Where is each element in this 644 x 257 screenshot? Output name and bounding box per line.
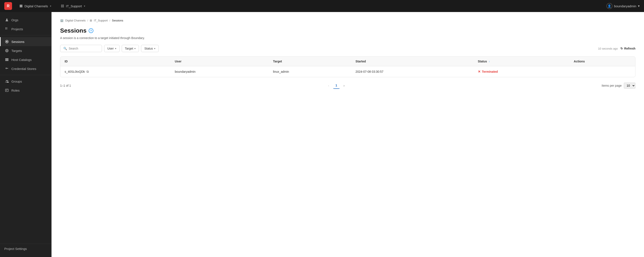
svg-rect-1 [21,5,22,6]
svg-rect-2 [20,6,21,7]
building-icon [19,4,23,8]
sessions-table-wrap: ID User Target Started Status ↑ Actions [60,56,636,77]
org-nav-item[interactable]: Digital Channels ▾ [17,3,54,9]
user-nav[interactable]: 👤 boundaryadmin ▾ [606,3,640,9]
svg-rect-0 [20,5,21,6]
copy-id-icon[interactable]: ⧉ [86,70,89,74]
pagination-count: 1–1 of 1 [60,84,71,87]
svg-rect-17 [7,29,7,29]
breadcrumb: 🏢 Digital Channels / ⊞ IT_Support / Sess… [60,19,636,22]
target-filter-chevron: ▾ [134,47,136,50]
status-sort-arrow: ↑ [488,60,490,63]
filters-row: 🔍 User ▾ Target ▾ Status ▾ 10 seconds ag… [60,45,636,52]
status-badge: Terminated [482,70,498,73]
prev-page-button[interactable]: ‹ [326,82,332,89]
svg-rect-16 [5,29,6,29]
project-nav-item[interactable]: IT_Support ▾ [58,3,87,9]
svg-rect-5 [62,5,63,5]
next-page-button[interactable]: › [341,82,347,89]
breadcrumb-project-icon: ⊞ [90,19,92,22]
org-chevron-icon: ▾ [50,5,51,7]
sidebar-divider-1 [0,35,51,35]
svg-point-26 [6,68,7,69]
search-input-wrap[interactable]: 🔍 [60,45,102,52]
sidebar-footer-project-settings[interactable]: Project Settings [0,244,51,254]
col-header-id: ID [60,57,170,66]
svg-rect-11 [62,7,63,7]
page-title: Sessions [60,27,86,34]
refresh-time: 10 seconds ago [598,47,618,50]
user-filter-chevron: ▾ [115,47,116,50]
user-chevron-icon: ▾ [638,4,640,8]
table-header-row: ID User Target Started Status ↑ Actions [60,57,635,66]
breadcrumb-org-link[interactable]: Digital Channels [65,19,86,22]
projects-icon [5,27,9,31]
page-subtitle: A session is a connection to a target in… [60,36,636,40]
targets-icon [5,49,9,52]
terminated-x-icon: ✕ [478,70,481,74]
svg-point-13 [6,19,8,20]
svg-point-19 [6,41,8,42]
sidebar-item-targets[interactable]: Targets [0,46,51,55]
user-avatar: 👤 [606,3,612,9]
svg-rect-4 [61,5,62,5]
col-header-status[interactable]: Status ↑ [474,57,570,66]
roles-icon [5,88,9,92]
sidebar-item-sessions[interactable]: Sessions [0,37,51,46]
breadcrumb-project-link[interactable]: IT_Support [94,19,108,22]
svg-point-22 [7,50,7,51]
svg-rect-24 [5,59,8,60]
svg-rect-9 [63,6,64,6]
search-input[interactable] [69,47,99,50]
col-header-actions: Actions [570,57,635,66]
refresh-icon: ↻ [620,47,623,50]
refresh-area: 10 seconds ago ↻ Refresh [598,47,636,50]
breadcrumb-org-icon: 🏢 [60,19,64,22]
svg-rect-6 [63,5,64,5]
sidebar-item-projects[interactable]: Projects [0,24,51,33]
sidebar-item-credential-stores[interactable]: Credential Stores [0,64,51,73]
pagination-row: 1–1 of 1 ‹ 1 › Items per page 10 25 50 [60,81,636,90]
project-chevron-icon: ▾ [84,5,85,7]
sidebar-item-groups[interactable]: Groups [0,77,51,86]
svg-rect-8 [62,6,63,6]
items-per-page-select[interactable]: 10 25 50 [624,83,636,89]
cell-id: s_40SL0txQDk ⧉ [60,66,170,77]
svg-rect-10 [61,7,62,7]
sidebar: Orgs Projects Sessions Targets Host Cata… [0,12,52,257]
svg-rect-23 [5,58,8,59]
search-icon: 🔍 [63,47,67,50]
user-filter-button[interactable]: User ▾ [104,45,120,52]
table-row: s_40SL0txQDk ⧉ boundaryadmin linux_admin… [60,66,635,77]
cell-started: 2024-07-08 03:30:57 [351,66,474,77]
svg-point-27 [6,80,7,81]
sessions-icon [5,40,9,43]
col-header-user: User [170,57,268,66]
top-nav: R Digital Channels ▾ IT_Support ▾ 👤 boun… [0,0,644,12]
refresh-button[interactable]: ↻ Refresh [620,47,636,50]
page-title-row: Sessions ? [60,27,636,34]
svg-rect-12 [63,7,64,7]
svg-rect-15 [7,27,7,28]
sidebar-item-roles[interactable]: Roles [0,86,51,95]
breadcrumb-current: Sessions [112,19,123,22]
cell-user: boundaryadmin [170,66,268,77]
cell-actions [570,66,635,77]
help-icon[interactable]: ? [89,28,94,33]
status-filter-button[interactable]: Status ▾ [141,45,159,52]
orgs-icon [5,18,9,22]
cell-status: ✕ Terminated [474,66,570,77]
target-filter-button[interactable]: Target ▾ [122,45,139,52]
page-1-button[interactable]: 1 [333,82,340,89]
credential-stores-icon [5,67,9,71]
sidebar-item-orgs[interactable]: Orgs [0,15,51,24]
groups-icon [5,79,9,83]
items-per-page: Items per page 10 25 50 [602,83,636,89]
app-logo: R [4,2,12,10]
grid-icon [61,4,64,8]
items-per-page-label: Items per page [602,84,622,87]
sidebar-item-host-catalogs[interactable]: Host Catalogs [0,55,51,64]
svg-point-28 [7,80,8,81]
col-header-target: Target [269,57,351,66]
sidebar-divider-2 [0,75,51,75]
